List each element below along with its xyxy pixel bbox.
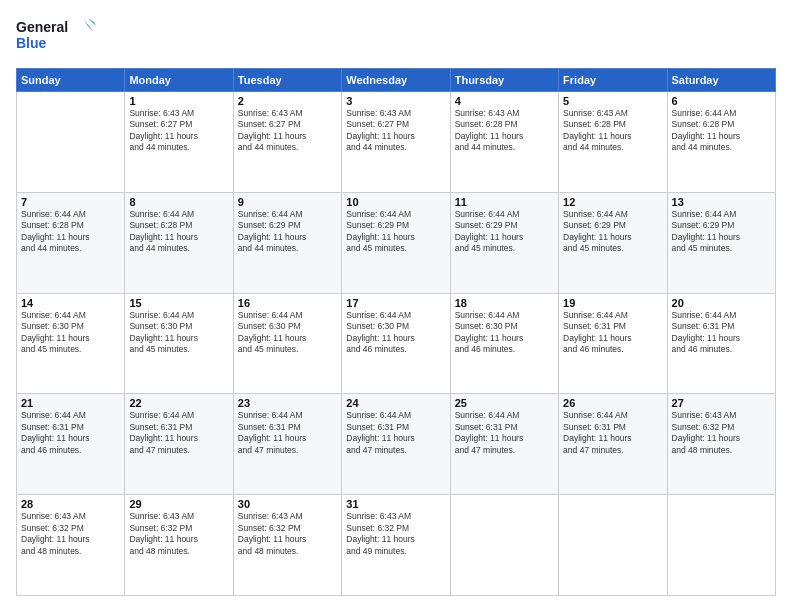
calendar-cell: 25Sunrise: 6:44 AM Sunset: 6:31 PM Dayli… xyxy=(450,394,558,495)
calendar-cell: 23Sunrise: 6:44 AM Sunset: 6:31 PM Dayli… xyxy=(233,394,341,495)
day-info: Sunrise: 6:43 AM Sunset: 6:28 PM Dayligh… xyxy=(455,108,554,154)
day-number: 3 xyxy=(346,95,445,107)
day-number: 25 xyxy=(455,397,554,409)
day-number: 11 xyxy=(455,196,554,208)
weekday-header-cell: Saturday xyxy=(667,69,775,92)
logo-svg: General Blue xyxy=(16,16,96,58)
day-number: 12 xyxy=(563,196,662,208)
calendar-cell: 12Sunrise: 6:44 AM Sunset: 6:29 PM Dayli… xyxy=(559,192,667,293)
day-info: Sunrise: 6:44 AM Sunset: 6:30 PM Dayligh… xyxy=(129,310,228,356)
page: General Blue SundayMondayTuesdayWednesda… xyxy=(0,0,792,612)
calendar-cell: 5Sunrise: 6:43 AM Sunset: 6:28 PM Daylig… xyxy=(559,92,667,193)
weekday-header-cell: Friday xyxy=(559,69,667,92)
day-info: Sunrise: 6:44 AM Sunset: 6:31 PM Dayligh… xyxy=(672,310,771,356)
calendar-body: 1Sunrise: 6:43 AM Sunset: 6:27 PM Daylig… xyxy=(17,92,776,596)
day-info: Sunrise: 6:44 AM Sunset: 6:29 PM Dayligh… xyxy=(563,209,662,255)
day-number: 20 xyxy=(672,297,771,309)
calendar-cell: 21Sunrise: 6:44 AM Sunset: 6:31 PM Dayli… xyxy=(17,394,125,495)
day-number: 23 xyxy=(238,397,337,409)
calendar-cell: 11Sunrise: 6:44 AM Sunset: 6:29 PM Dayli… xyxy=(450,192,558,293)
calendar-row: 7Sunrise: 6:44 AM Sunset: 6:28 PM Daylig… xyxy=(17,192,776,293)
calendar-row: 14Sunrise: 6:44 AM Sunset: 6:30 PM Dayli… xyxy=(17,293,776,394)
weekday-header-cell: Tuesday xyxy=(233,69,341,92)
svg-text:Blue: Blue xyxy=(16,35,47,51)
calendar-cell: 18Sunrise: 6:44 AM Sunset: 6:30 PM Dayli… xyxy=(450,293,558,394)
calendar-cell: 15Sunrise: 6:44 AM Sunset: 6:30 PM Dayli… xyxy=(125,293,233,394)
calendar-cell: 4Sunrise: 6:43 AM Sunset: 6:28 PM Daylig… xyxy=(450,92,558,193)
calendar-cell: 8Sunrise: 6:44 AM Sunset: 6:28 PM Daylig… xyxy=(125,192,233,293)
calendar-table: SundayMondayTuesdayWednesdayThursdayFrid… xyxy=(16,68,776,596)
calendar-row: 1Sunrise: 6:43 AM Sunset: 6:27 PM Daylig… xyxy=(17,92,776,193)
day-info: Sunrise: 6:44 AM Sunset: 6:31 PM Dayligh… xyxy=(238,410,337,456)
day-info: Sunrise: 6:44 AM Sunset: 6:28 PM Dayligh… xyxy=(672,108,771,154)
day-number: 21 xyxy=(21,397,120,409)
day-number: 17 xyxy=(346,297,445,309)
day-info: Sunrise: 6:44 AM Sunset: 6:29 PM Dayligh… xyxy=(346,209,445,255)
svg-text:General: General xyxy=(16,19,68,35)
day-info: Sunrise: 6:43 AM Sunset: 6:32 PM Dayligh… xyxy=(21,511,120,557)
day-number: 18 xyxy=(455,297,554,309)
day-number: 6 xyxy=(672,95,771,107)
day-number: 7 xyxy=(21,196,120,208)
day-info: Sunrise: 6:44 AM Sunset: 6:31 PM Dayligh… xyxy=(455,410,554,456)
svg-marker-3 xyxy=(88,18,96,26)
weekday-header-cell: Sunday xyxy=(17,69,125,92)
calendar-cell: 14Sunrise: 6:44 AM Sunset: 6:30 PM Dayli… xyxy=(17,293,125,394)
day-number: 14 xyxy=(21,297,120,309)
calendar-cell: 1Sunrise: 6:43 AM Sunset: 6:27 PM Daylig… xyxy=(125,92,233,193)
calendar-cell: 26Sunrise: 6:44 AM Sunset: 6:31 PM Dayli… xyxy=(559,394,667,495)
day-info: Sunrise: 6:44 AM Sunset: 6:28 PM Dayligh… xyxy=(129,209,228,255)
day-info: Sunrise: 6:44 AM Sunset: 6:30 PM Dayligh… xyxy=(455,310,554,356)
day-number: 31 xyxy=(346,498,445,510)
weekday-header-cell: Wednesday xyxy=(342,69,450,92)
day-number: 27 xyxy=(672,397,771,409)
day-info: Sunrise: 6:43 AM Sunset: 6:32 PM Dayligh… xyxy=(672,410,771,456)
weekday-header-cell: Thursday xyxy=(450,69,558,92)
day-number: 29 xyxy=(129,498,228,510)
day-info: Sunrise: 6:43 AM Sunset: 6:27 PM Dayligh… xyxy=(238,108,337,154)
calendar-cell: 28Sunrise: 6:43 AM Sunset: 6:32 PM Dayli… xyxy=(17,495,125,596)
logo: General Blue xyxy=(16,16,96,58)
day-number: 24 xyxy=(346,397,445,409)
day-info: Sunrise: 6:44 AM Sunset: 6:30 PM Dayligh… xyxy=(21,310,120,356)
weekday-header-cell: Monday xyxy=(125,69,233,92)
calendar-cell: 10Sunrise: 6:44 AM Sunset: 6:29 PM Dayli… xyxy=(342,192,450,293)
calendar-cell: 2Sunrise: 6:43 AM Sunset: 6:27 PM Daylig… xyxy=(233,92,341,193)
day-number: 22 xyxy=(129,397,228,409)
day-info: Sunrise: 6:43 AM Sunset: 6:32 PM Dayligh… xyxy=(346,511,445,557)
calendar-cell: 17Sunrise: 6:44 AM Sunset: 6:30 PM Dayli… xyxy=(342,293,450,394)
header: General Blue xyxy=(16,16,776,58)
calendar-cell xyxy=(450,495,558,596)
day-number: 19 xyxy=(563,297,662,309)
calendar-cell: 20Sunrise: 6:44 AM Sunset: 6:31 PM Dayli… xyxy=(667,293,775,394)
day-info: Sunrise: 6:44 AM Sunset: 6:29 PM Dayligh… xyxy=(455,209,554,255)
calendar-cell: 29Sunrise: 6:43 AM Sunset: 6:32 PM Dayli… xyxy=(125,495,233,596)
calendar-cell: 7Sunrise: 6:44 AM Sunset: 6:28 PM Daylig… xyxy=(17,192,125,293)
day-number: 30 xyxy=(238,498,337,510)
day-info: Sunrise: 6:44 AM Sunset: 6:31 PM Dayligh… xyxy=(563,410,662,456)
calendar-cell: 30Sunrise: 6:43 AM Sunset: 6:32 PM Dayli… xyxy=(233,495,341,596)
weekday-header-row: SundayMondayTuesdayWednesdayThursdayFrid… xyxy=(17,69,776,92)
day-number: 5 xyxy=(563,95,662,107)
day-number: 8 xyxy=(129,196,228,208)
day-info: Sunrise: 6:44 AM Sunset: 6:29 PM Dayligh… xyxy=(672,209,771,255)
calendar-cell: 27Sunrise: 6:43 AM Sunset: 6:32 PM Dayli… xyxy=(667,394,775,495)
day-number: 2 xyxy=(238,95,337,107)
calendar-cell: 9Sunrise: 6:44 AM Sunset: 6:29 PM Daylig… xyxy=(233,192,341,293)
calendar-cell: 13Sunrise: 6:44 AM Sunset: 6:29 PM Dayli… xyxy=(667,192,775,293)
day-number: 4 xyxy=(455,95,554,107)
day-info: Sunrise: 6:44 AM Sunset: 6:31 PM Dayligh… xyxy=(21,410,120,456)
calendar-row: 21Sunrise: 6:44 AM Sunset: 6:31 PM Dayli… xyxy=(17,394,776,495)
day-number: 15 xyxy=(129,297,228,309)
calendar-row: 28Sunrise: 6:43 AM Sunset: 6:32 PM Dayli… xyxy=(17,495,776,596)
day-info: Sunrise: 6:44 AM Sunset: 6:30 PM Dayligh… xyxy=(346,310,445,356)
calendar-cell: 3Sunrise: 6:43 AM Sunset: 6:27 PM Daylig… xyxy=(342,92,450,193)
day-info: Sunrise: 6:44 AM Sunset: 6:29 PM Dayligh… xyxy=(238,209,337,255)
day-info: Sunrise: 6:44 AM Sunset: 6:30 PM Dayligh… xyxy=(238,310,337,356)
calendar-cell: 31Sunrise: 6:43 AM Sunset: 6:32 PM Dayli… xyxy=(342,495,450,596)
day-number: 9 xyxy=(238,196,337,208)
calendar-cell: 24Sunrise: 6:44 AM Sunset: 6:31 PM Dayli… xyxy=(342,394,450,495)
day-info: Sunrise: 6:43 AM Sunset: 6:27 PM Dayligh… xyxy=(129,108,228,154)
calendar-cell: 16Sunrise: 6:44 AM Sunset: 6:30 PM Dayli… xyxy=(233,293,341,394)
calendar-cell xyxy=(559,495,667,596)
